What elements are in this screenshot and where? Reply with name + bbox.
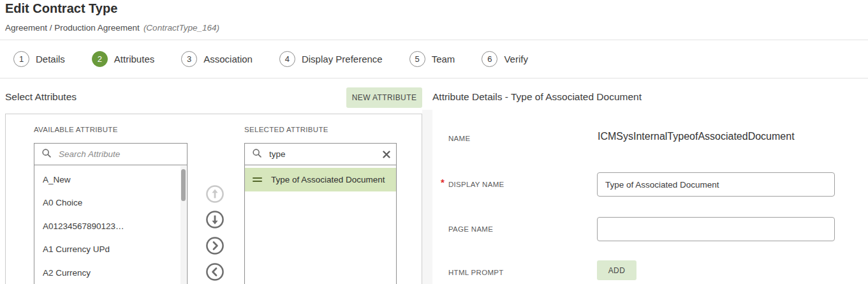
move-right-icon[interactable]: [205, 236, 224, 255]
panel-divider: [422, 110, 432, 284]
display-name-label: DISPLAY NAME: [448, 181, 504, 188]
available-attribute-item[interactable]: A0 Choice: [34, 191, 187, 215]
html-prompt-add-button[interactable]: ADD: [597, 260, 636, 280]
new-attribute-button[interactable]: NEW ATTRIBUTE: [346, 87, 422, 108]
step-label: Attributes: [114, 54, 154, 64]
wizard-step-details[interactable]: 1 Details: [13, 51, 65, 67]
selected-attribute-list: Type of Associated Document: [244, 165, 397, 284]
available-attribute-item[interactable]: A1 Currency UPd: [34, 238, 187, 262]
selected-attribute-label: SELECTED ATTRIBUTE: [244, 126, 328, 133]
selected-attribute-search: [244, 143, 397, 165]
select-attributes-title: Select Attributes: [5, 91, 77, 103]
selected-attribute-item-label: Type of Associated Document: [271, 175, 385, 184]
step-label: Display Preference: [302, 54, 383, 64]
wizard-step-attributes[interactable]: 2 Attributes: [92, 51, 154, 67]
name-value: ICMSysInternalTypeofAssociatedDocument: [598, 131, 795, 142]
attribute-picker-panel: AVAILABLE ATTRIBUTE A_New A0 Choice A012…: [5, 114, 422, 284]
available-list-scrollbar: [180, 166, 186, 284]
available-attribute-item[interactable]: A01234567890123…: [34, 214, 187, 238]
page-name-field[interactable]: [597, 217, 835, 241]
step-number-badge: 3: [181, 51, 197, 67]
breadcrumb-path: Agreement / Production Agreement: [5, 23, 140, 33]
breadcrumb: Agreement / Production Agreement(Contrac…: [5, 23, 219, 33]
step-number-badge: 1: [13, 51, 29, 67]
required-marker: *: [441, 177, 445, 188]
wizard-step-association[interactable]: 3 Association: [181, 51, 253, 67]
scrollbar-thumb[interactable]: [181, 169, 186, 201]
step-label: Details: [36, 54, 65, 64]
search-icon: [252, 148, 262, 161]
step-number-badge: 2: [92, 51, 108, 67]
available-attribute-item[interactable]: A_New: [34, 168, 187, 191]
clear-x-icon[interactable]: [382, 150, 391, 159]
step-label: Association: [203, 54, 253, 64]
edit-contract-type-page: Edit Contract Type Agreement / Productio…: [0, 0, 868, 284]
wizard-step-display-preference[interactable]: 4 Display Preference: [279, 51, 383, 67]
page-title: Edit Contract Type: [5, 1, 117, 16]
available-attribute-search: [34, 143, 188, 165]
display-name-field[interactable]: [597, 172, 835, 197]
available-attribute-search-input[interactable]: [57, 149, 182, 160]
step-label: Team: [432, 54, 455, 64]
available-attribute-list: A_New A0 Choice A01234567890123… A1 Curr…: [34, 165, 188, 284]
step-number-badge: 5: [409, 51, 425, 67]
available-attribute-label: AVAILABLE ATTRIBUTE: [34, 126, 118, 133]
search-icon: [41, 148, 52, 161]
step-number-badge: 6: [482, 51, 497, 67]
html-prompt-label: HTML PROMPT: [448, 269, 504, 276]
page-name-label: PAGE NAME: [448, 225, 493, 233]
step-label: Verify: [504, 54, 528, 64]
move-down-icon[interactable]: [205, 210, 224, 229]
attribute-details-title: Attribute Details - Type of Associated D…: [432, 91, 642, 103]
available-attribute-item[interactable]: A2 Currency: [34, 261, 187, 284]
selected-attribute-search-input[interactable]: [268, 149, 382, 160]
drag-handle-icon[interactable]: [253, 177, 262, 182]
wizard-step-team[interactable]: 5 Team: [409, 51, 455, 67]
wizard-steps: 1 Details 2 Attributes 3 Association 4 D…: [0, 40, 868, 78]
wizard-step-verify[interactable]: 6 Verify: [482, 51, 528, 67]
name-label: NAME: [448, 135, 470, 142]
step-number-badge: 4: [279, 51, 295, 67]
selected-attribute-item[interactable]: Type of Associated Document: [245, 168, 396, 191]
move-left-icon[interactable]: [205, 262, 224, 281]
move-up-icon[interactable]: [205, 184, 224, 204]
breadcrumb-note: (ContractType_164): [143, 23, 219, 33]
